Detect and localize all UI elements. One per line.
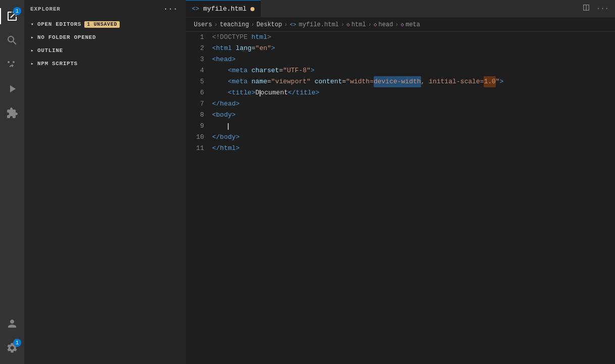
npm-scripts-header[interactable]: NPM SCRIPTS xyxy=(24,57,186,70)
token: " xyxy=(496,76,500,87)
no-folder-header[interactable]: NO FOLDER OPENED xyxy=(24,31,186,44)
breadcrumb-sep-3: › xyxy=(284,21,287,28)
breadcrumb: Users › teaching › Desktop › <> myfile.h… xyxy=(186,18,615,32)
code-line-3: <head> xyxy=(212,54,609,65)
meta-crumb-label: meta xyxy=(405,21,420,28)
tab-bar-right: ··· xyxy=(580,0,615,17)
code-line-7: </head> xyxy=(212,98,609,110)
code-line-1: <!DOCTYPE html> xyxy=(212,32,609,43)
teaching-crumb[interactable]: teaching xyxy=(220,21,249,28)
token: content xyxy=(315,76,342,87)
no-folder-label: NO FOLDER OPENED xyxy=(37,34,96,40)
breadcrumb-sep-6: › xyxy=(395,21,398,28)
scrollbar[interactable] xyxy=(609,32,615,364)
tab-file-icon: <> xyxy=(192,6,199,13)
token: = xyxy=(267,76,271,87)
token xyxy=(247,76,251,87)
tab-bar: <> myfile.html ··· xyxy=(186,0,615,18)
html-crumb[interactable]: ◇ html xyxy=(346,21,366,28)
sidebar-more-button[interactable]: ··· xyxy=(161,4,180,15)
breadcrumb-sep-4: › xyxy=(341,21,344,28)
token: <!DOCTYPE xyxy=(212,32,251,43)
token xyxy=(232,43,236,54)
breadcrumb-sep-2: › xyxy=(251,21,254,28)
token: "width= xyxy=(346,76,374,87)
token: > xyxy=(500,76,504,87)
outline-header[interactable]: OUTLINE xyxy=(24,44,186,57)
myfile-crumb-icon: <> xyxy=(290,22,296,28)
token: 1.0 xyxy=(484,76,495,87)
token: lang xyxy=(236,43,251,54)
cursor-line9 xyxy=(228,123,229,130)
npm-scripts-label: NPM SCRIPTS xyxy=(37,61,78,67)
settings-icon[interactable]: 1 xyxy=(0,336,24,360)
run-icon[interactable] xyxy=(0,77,24,101)
no-folder-section: NO FOLDER OPENED xyxy=(24,31,186,44)
token: , initial-scale= xyxy=(421,76,484,87)
tab-unsaved-dot xyxy=(250,7,254,11)
open-editors-header[interactable]: OPEN EDITORS 1 UNSAVED xyxy=(24,18,186,31)
meta-crumb-icon: ◇ xyxy=(401,21,404,28)
token: > xyxy=(311,65,315,76)
open-editors-section: OPEN EDITORS 1 UNSAVED xyxy=(24,18,186,31)
users-crumb[interactable]: Users xyxy=(194,21,212,28)
npm-scripts-section: NPM SCRIPTS xyxy=(24,57,186,70)
sidebar-header: EXPLORER ··· xyxy=(24,0,186,18)
editor-area: <> myfile.html ··· Users › teaching › De… xyxy=(186,0,615,364)
code-line-10: </body> xyxy=(212,132,609,143)
explorer-icon[interactable]: 1 xyxy=(0,4,24,28)
code-line-9 xyxy=(212,121,609,132)
open-editors-badge: 1 UNSAVED xyxy=(84,21,120,28)
desktop-crumb[interactable]: Desktop xyxy=(257,21,282,28)
account-icon[interactable] xyxy=(0,311,24,336)
token: "UTF-8" xyxy=(283,65,311,76)
token: <html xyxy=(212,43,232,54)
sidebar-actions: ··· xyxy=(161,4,180,15)
token: </title> xyxy=(288,87,319,98)
editor-content[interactable]: 1 2 3 4 5 6 7 8 9 10 11 <!DOCTYPE html> … xyxy=(186,32,615,364)
token: </body> xyxy=(212,132,240,143)
code-editor[interactable]: <!DOCTYPE html> <html lang="en"> <head> … xyxy=(210,32,609,364)
meta-crumb[interactable]: ◇ meta xyxy=(401,21,420,28)
breadcrumb-sep-5: › xyxy=(368,21,372,28)
token: = xyxy=(251,43,255,54)
code-line-2: <html lang="en"> xyxy=(212,43,609,54)
sidebar: EXPLORER ··· OPEN EDITORS 1 UNSAVED NO F… xyxy=(24,0,186,364)
search-icon[interactable] xyxy=(0,28,24,53)
sidebar-title: EXPLORER xyxy=(30,6,61,12)
myfile-crumb[interactable]: <> myfile.html xyxy=(290,21,339,28)
token: D xyxy=(255,87,260,98)
token: <body> xyxy=(212,110,236,121)
token: = xyxy=(342,76,346,87)
code-line-4: <meta charset="UTF-8"> xyxy=(212,65,609,76)
code-line-5: <meta name="viewport" content="width=dev… xyxy=(212,76,609,87)
outline-section: OUTLINE xyxy=(24,44,186,57)
token: > xyxy=(267,32,271,43)
code-line-11: </html> xyxy=(212,143,609,154)
token xyxy=(247,65,251,76)
code-line-6: <title>Document</title> xyxy=(212,87,609,98)
token: "viewport" xyxy=(271,76,311,87)
open-editors-chevron xyxy=(28,20,36,28)
head-crumb[interactable]: ◇ head xyxy=(374,21,393,28)
code-line-8: <body> xyxy=(212,110,609,121)
token: name xyxy=(251,76,267,87)
token: "en" xyxy=(255,43,271,54)
myfile-crumb-label: myfile.html xyxy=(299,21,339,28)
myfile-tab[interactable]: <> myfile.html xyxy=(186,0,261,17)
no-folder-chevron xyxy=(28,33,36,41)
token: </html> xyxy=(212,143,240,154)
npm-scripts-chevron xyxy=(28,60,36,68)
html-crumb-label: html xyxy=(351,21,366,28)
token: ocument xyxy=(261,87,288,98)
source-control-icon[interactable] xyxy=(0,53,24,77)
token: device-width xyxy=(374,76,421,87)
token xyxy=(212,76,228,87)
activity-bar: 1 1 xyxy=(0,0,24,364)
token: > xyxy=(271,43,275,54)
token: </head> xyxy=(212,98,240,110)
split-editor-button[interactable] xyxy=(580,2,592,16)
breadcrumb-sep-1: › xyxy=(214,21,218,28)
extensions-icon[interactable] xyxy=(0,101,24,125)
more-actions-button[interactable]: ··· xyxy=(594,3,611,15)
